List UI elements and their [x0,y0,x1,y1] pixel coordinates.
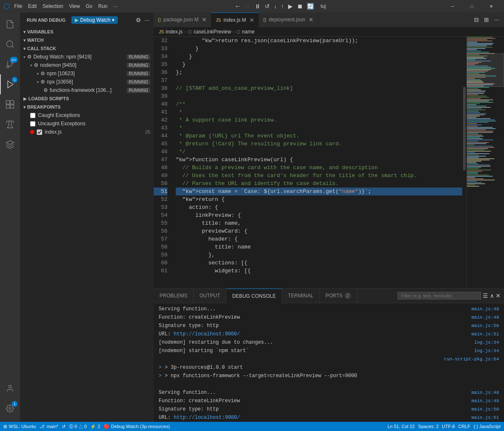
svg-point-11 [9,408,11,410]
console-link[interactable]: log.js:34 [474,339,499,346]
status-language[interactable]: { } JavaScript [474,424,501,429]
console-link[interactable]: main.js:49 [471,397,499,405]
menu-run[interactable]: Run [98,3,107,9]
activity-extensions[interactable] [0,94,20,114]
tab-package-json[interactable]: {} package.json M ✕ [154,13,211,27]
status-lightning[interactable]: ⚡ 2 [90,424,100,429]
maximize-button[interactable]: □ [462,0,481,13]
panel: PROBLEMS OUTPUT DEBUG CONSOLE TERMINAL P… [154,288,504,422]
panel-collapse-icon[interactable]: ∧ [490,292,494,299]
menu-selection[interactable]: Selection [43,3,63,9]
code-editor[interactable]: 3233343536373839404142434445464748495051… [154,37,462,288]
minimize-button[interactable]: ─ [443,0,462,13]
debug-settings-icon[interactable]: ⚙ [135,16,142,24]
console-link[interactable]: main.js:51 [471,330,499,338]
panel-tab-debug-console[interactable]: DEBUG CONSOLE [226,289,282,303]
pause-button[interactable]: ⏸ [253,2,262,10]
loaded-scripts-header[interactable]: ▶ LOADED SCRIPTS [20,94,154,103]
step-out-button[interactable]: ↑ [279,2,286,10]
console-link[interactable]: main.js:50 [471,406,499,413]
code-line-48: // Builds a preview card with the case n… [176,164,462,172]
forward-button[interactable]: → [244,3,251,10]
caught-exceptions-checkbox[interactable] [30,113,35,118]
panel-tab-ports[interactable]: PORTS 2 [319,289,357,303]
tab-close-index-js[interactable]: ✕ [249,17,254,23]
breadcrumb-file[interactable]: index.js [166,29,183,35]
menu-edit[interactable]: Edit [28,3,37,9]
debug-watch-button[interactable]: ▶ Debug Watch ▾ [71,16,118,24]
menu-view[interactable]: View [69,3,80,9]
breakpoints-section-header[interactable]: ▾ BREAKPOINTS [20,103,154,111]
status-cursor[interactable]: Ln 51, Col 22 [387,424,415,429]
callstack-item-npm[interactable]: ▾ ⚙ npm [10623] RUNNING [20,69,154,78]
console-link[interactable]: main.js:50 [471,322,499,330]
debug-more-icon[interactable]: ··· [144,16,150,24]
panel-tab-terminal[interactable]: TERMINAL [282,289,320,303]
panel-tab-problems[interactable]: PROBLEMS [154,289,194,303]
activity-testing[interactable] [0,114,20,134]
activity-settings[interactable]: 1 [0,398,20,418]
panel-filter-input[interactable] [398,292,481,299]
sidebar-scroll[interactable]: ▾ VARIABLES ▾ WATCH ▾ CALL STACK [20,28,154,422]
continue-button[interactable]: ▶ [286,2,294,10]
list-view-icon[interactable]: ☰ [483,292,488,299]
more-actions-icon[interactable]: ··· [492,15,501,24]
status-encoding[interactable]: UTF-8 [442,424,455,429]
menu-file[interactable]: File [14,3,22,9]
callstack-item-npx[interactable]: ▾ ⚙ npx [10656] RUNNING [20,78,154,86]
status-spaces[interactable]: Spaces: 2 [418,424,438,429]
scrollbar-thumb[interactable] [463,87,466,170]
callstack-item-nodemon[interactable]: ▾ ⚙ nodemon [9450] RUNNING [20,61,154,69]
stop-button[interactable]: ⏹ [295,2,304,10]
variables-section-header[interactable]: ▾ VARIABLES [20,28,154,36]
console-link[interactable]: main.js:48 [471,389,499,396]
callstack-item-debugwatch[interactable]: ▾ ⚙ Debug Watch: npm [9419] RUNNING [20,53,154,61]
hot-reload-button[interactable]: 🔄 [305,2,316,10]
tab-close-package-json[interactable]: ✕ [202,16,207,23]
breadcrumb-function[interactable]: caseLinkPreview [194,29,231,35]
console-link[interactable]: main.js:48 [471,305,499,313]
breadcrumb-variable[interactable]: name [242,29,255,35]
activity-scm[interactable]: 1k+ [0,54,20,74]
breakpoint-indexjs[interactable]: index.js 25 [20,128,154,136]
panel-tab-output[interactable]: OUTPUT [194,289,226,303]
activity-debug[interactable]: 1 [0,74,20,94]
settings-badge: 1 [12,401,18,407]
close-button[interactable]: ✕ [481,0,501,13]
callstack-section-header[interactable]: ▾ CALL STACK [20,44,154,53]
uncaught-exceptions-label: Uncaught Exceptions [38,121,85,127]
tab-deployment-json[interactable]: {} deployment.json ✕ [259,13,318,27]
menu-more[interactable]: ··· [113,3,117,9]
console-content[interactable]: Serving function... main.js:48 Function:… [154,303,504,422]
watch-section-header[interactable]: ▾ WATCH [20,36,154,44]
uncaught-exceptions-checkbox[interactable] [30,121,35,127]
back-button[interactable]: ← [235,3,241,10]
step-into-button[interactable]: ↓ [272,2,279,10]
activity-docker[interactable] [0,134,20,155]
code-content[interactable]: "kw">return res.json(caseLinkPreview(par… [172,37,462,288]
panel-close-icon[interactable]: ✕ [496,292,501,299]
status-branch[interactable]: ⎇ main* [39,424,58,429]
callstack-item-functions[interactable]: ⚙ functions-framework [106...] RUNNING [20,86,154,94]
toggle-panel-icon[interactable]: ⊞ [482,15,491,24]
status-errors[interactable]: ⓪ 0 △ 0 [69,423,87,430]
console-link[interactable]: main.js:49 [471,314,499,321]
tab-close-deployment-json[interactable]: ✕ [309,16,314,23]
console-link[interactable]: log.js:34 [474,347,499,355]
vertical-scrollbar[interactable] [462,37,466,288]
tab-index-js[interactable]: JS index.js M ✕ [211,13,259,27]
problems-tab-label: PROBLEMS [160,293,187,299]
console-link[interactable]: run-script-pkg.js:64 [444,355,499,363]
indexjs-breakpoint-checkbox[interactable] [37,129,42,135]
activity-explorer[interactable] [0,14,20,34]
console-link[interactable]: main.js:51 [471,414,499,421]
menu-go[interactable]: Go [86,3,92,9]
split-editor-icon[interactable]: ⊟ [472,15,481,24]
restart-button[interactable]: ↺ [263,2,271,10]
status-wsl[interactable]: ⊞ WSL: Ubuntu [3,424,36,429]
activity-search[interactable] [0,34,20,54]
status-sync[interactable]: ↺ [62,424,66,429]
activity-account[interactable] [0,378,20,398]
status-debug-session[interactable]: 🔴 Debug Watch (3p-resources) [104,424,170,429]
status-eol[interactable]: CRLF [458,424,470,429]
